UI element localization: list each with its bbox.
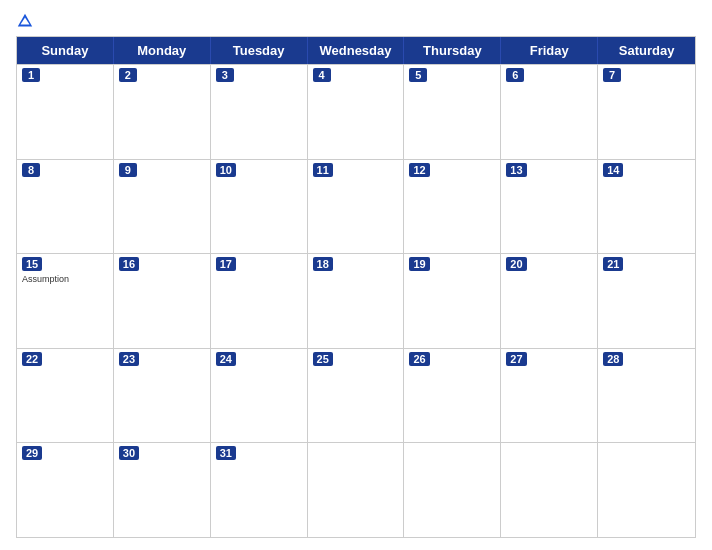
day-number: 12 <box>409 163 429 177</box>
day-cell: 3 <box>211 65 308 159</box>
day-number: 19 <box>409 257 429 271</box>
day-cell: 29 <box>17 443 114 537</box>
day-number: 11 <box>313 163 333 177</box>
day-number: 25 <box>313 352 333 366</box>
day-cell: 15Assumption <box>17 254 114 348</box>
day-cell: 23 <box>114 349 211 443</box>
day-number: 14 <box>603 163 623 177</box>
day-number: 1 <box>22 68 40 82</box>
day-cell: 1 <box>17 65 114 159</box>
day-header-thursday: Thursday <box>404 37 501 64</box>
day-number: 16 <box>119 257 139 271</box>
day-number: 28 <box>603 352 623 366</box>
day-number: 6 <box>506 68 524 82</box>
day-cell: 2 <box>114 65 211 159</box>
day-header-wednesday: Wednesday <box>308 37 405 64</box>
day-cell: 9 <box>114 160 211 254</box>
day-cell: 22 <box>17 349 114 443</box>
day-cell <box>501 443 598 537</box>
day-cell: 21 <box>598 254 695 348</box>
day-number: 27 <box>506 352 526 366</box>
day-number: 7 <box>603 68 621 82</box>
week-row-5: 293031 <box>17 442 695 537</box>
day-number: 4 <box>313 68 331 82</box>
weeks-container: 123456789101112131415Assumption161718192… <box>17 64 695 537</box>
day-headers-row: SundayMondayTuesdayWednesdayThursdayFrid… <box>17 37 695 64</box>
day-cell: 14 <box>598 160 695 254</box>
day-header-sunday: Sunday <box>17 37 114 64</box>
day-cell: 4 <box>308 65 405 159</box>
day-cell: 28 <box>598 349 695 443</box>
day-header-monday: Monday <box>114 37 211 64</box>
day-cell <box>598 443 695 537</box>
day-number: 10 <box>216 163 236 177</box>
day-number: 3 <box>216 68 234 82</box>
day-cell <box>308 443 405 537</box>
day-number: 13 <box>506 163 526 177</box>
day-number: 17 <box>216 257 236 271</box>
logo-icon <box>16 12 34 30</box>
day-cell: 19 <box>404 254 501 348</box>
day-number: 2 <box>119 68 137 82</box>
day-cell: 17 <box>211 254 308 348</box>
day-cell: 25 <box>308 349 405 443</box>
day-header-friday: Friday <box>501 37 598 64</box>
week-row-4: 22232425262728 <box>17 348 695 443</box>
day-cell: 18 <box>308 254 405 348</box>
day-cell <box>404 443 501 537</box>
day-cell: 8 <box>17 160 114 254</box>
day-number: 30 <box>119 446 139 460</box>
day-number: 24 <box>216 352 236 366</box>
day-number: 21 <box>603 257 623 271</box>
day-cell: 6 <box>501 65 598 159</box>
holiday-label: Assumption <box>22 274 108 284</box>
day-cell: 13 <box>501 160 598 254</box>
day-number: 22 <box>22 352 42 366</box>
day-number: 26 <box>409 352 429 366</box>
day-number: 15 <box>22 257 42 271</box>
day-number: 9 <box>119 163 137 177</box>
day-number: 31 <box>216 446 236 460</box>
day-number: 23 <box>119 352 139 366</box>
day-number: 8 <box>22 163 40 177</box>
day-cell: 31 <box>211 443 308 537</box>
logo <box>16 12 40 30</box>
day-cell: 26 <box>404 349 501 443</box>
day-cell: 16 <box>114 254 211 348</box>
day-cell: 27 <box>501 349 598 443</box>
day-number: 29 <box>22 446 42 460</box>
day-cell: 10 <box>211 160 308 254</box>
day-cell: 11 <box>308 160 405 254</box>
week-row-1: 1234567 <box>17 64 695 159</box>
day-cell: 12 <box>404 160 501 254</box>
calendar-page: SundayMondayTuesdayWednesdayThursdayFrid… <box>0 0 712 550</box>
calendar-grid: SundayMondayTuesdayWednesdayThursdayFrid… <box>16 36 696 538</box>
day-number: 5 <box>409 68 427 82</box>
day-number: 18 <box>313 257 333 271</box>
day-cell: 24 <box>211 349 308 443</box>
day-number: 20 <box>506 257 526 271</box>
day-header-saturday: Saturday <box>598 37 695 64</box>
week-row-2: 891011121314 <box>17 159 695 254</box>
week-row-3: 15Assumption161718192021 <box>17 253 695 348</box>
day-cell: 5 <box>404 65 501 159</box>
day-cell: 30 <box>114 443 211 537</box>
day-cell: 7 <box>598 65 695 159</box>
day-header-tuesday: Tuesday <box>211 37 308 64</box>
header <box>16 12 696 30</box>
logo-area <box>16 12 40 30</box>
day-cell: 20 <box>501 254 598 348</box>
